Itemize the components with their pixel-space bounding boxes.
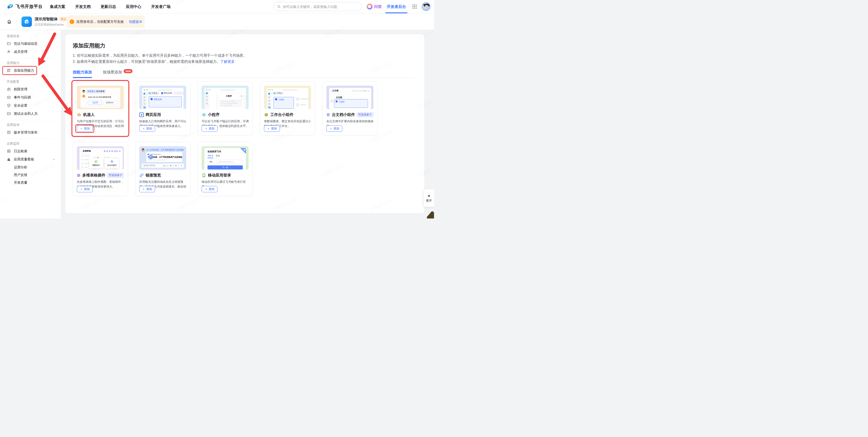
doc-plus-icon: + bbox=[331, 100, 333, 102]
sidebar: 基础信息 凭证与基础信息 成员管理 应用能力 添加应用能力 开发配置 权限管理 … bbox=[0, 30, 61, 218]
doc-widget-preview: ‹云文档 云文档 + 小组件 bbox=[327, 86, 373, 109]
divider bbox=[7, 77, 55, 77]
feishu-bird-icon bbox=[7, 3, 13, 10]
sidebar-item-events[interactable]: 事件与回调 bbox=[7, 93, 55, 101]
webapp-icon: e bbox=[139, 113, 144, 117]
add-doc-widget-button[interactable]: ＋添加 bbox=[327, 125, 342, 132]
add-webapp-button[interactable]: ＋添加 bbox=[139, 125, 155, 132]
mobile-login-icon bbox=[202, 173, 206, 178]
app-header-bar: 演示用智能体 待上线 正式应用@ByteDance ! 应用发布后，当前配置方可… bbox=[0, 13, 434, 30]
chat-avatar bbox=[142, 149, 145, 152]
card-webapp: 工作台 e网页应用 网页应用 e 网页应用 快速接入已有的网页应用，用户可以通过… bbox=[135, 81, 190, 135]
apps-grid-icon[interactable] bbox=[412, 4, 417, 9]
global-search[interactable] bbox=[274, 2, 362, 11]
learn-more-link[interactable]: 了解更多 bbox=[220, 60, 235, 63]
divider bbox=[7, 58, 55, 58]
user-avatar[interactable] bbox=[422, 2, 430, 11]
sidebar-item-credentials[interactable]: 凭证与基础信息 bbox=[7, 39, 55, 48]
desc-line-1: 1. 你可以根据实际需求，为应用开启能力。单个应用可开启多种能力，一个能力可用于… bbox=[73, 53, 415, 59]
next-step-button: 下一步 bbox=[208, 165, 243, 169]
sidebar-item-log-search[interactable]: 日志检索 bbox=[7, 147, 55, 155]
webapp-preview: 工作台 e网页应用 网页应用 bbox=[139, 86, 186, 109]
app-cube-icon bbox=[22, 17, 32, 27]
top-navigation: 飞书开放平台 集成方案 开发文档 更新日志 应用中心 开发者广场 问答 开发者后… bbox=[0, 0, 434, 13]
menu-item-solutions[interactable]: 集成方案 bbox=[50, 4, 65, 9]
desc-line-2: 2. 如果尚不确定需要添加什么能力，可切换至“按场景添加”，根据所需的业务场景选… bbox=[73, 59, 415, 65]
sidebar-item-permissions[interactable]: 权限管理 bbox=[7, 85, 55, 93]
card-workplace-widget: 工作台 小组件 工作台小组件 将数据图表、图文资讯等信息通过小组件添加到工作台。… bbox=[260, 81, 315, 135]
preview-defer-button: 延期待办 bbox=[103, 101, 117, 105]
app-name: 演示用智能体 bbox=[35, 17, 58, 22]
section-header-capability: 应用能力 bbox=[7, 61, 55, 65]
sidebar-item-members[interactable]: 成员管理 bbox=[7, 48, 55, 56]
sidebar-item-version-release[interactable]: 版本管理与发布 bbox=[7, 128, 55, 136]
sidebar-item-test-org[interactable]: 测试企业和人员 bbox=[7, 110, 55, 118]
multi-add-badge: 可添加多个 bbox=[357, 112, 373, 117]
qa-entry[interactable]: 问答 bbox=[367, 4, 382, 9]
search-input[interactable] bbox=[283, 5, 358, 8]
expand-panel-button[interactable]: « 展开 bbox=[424, 189, 434, 207]
send-icon: ➤ bbox=[181, 164, 182, 167]
page-description: 1. 你可以根据实际需求，为应用开启能力。单个应用可开启多种能力，一个能力可用于… bbox=[73, 53, 415, 65]
sidebar-item-quality-dashboard[interactable]: 应用质量看板 bbox=[7, 155, 55, 163]
chevron-up-icon[interactable] bbox=[52, 158, 55, 161]
menu-item-changelog[interactable]: 更新日志 bbox=[101, 4, 116, 9]
home-icon[interactable] bbox=[7, 19, 12, 24]
primary-menu: 集成方案 开发文档 更新日志 应用中心 开发者广场 bbox=[50, 4, 170, 9]
brand-name: 飞书开放平台 bbox=[16, 4, 43, 9]
publish-warning-banner: ! 应用发布后，当前配置方可生效 创建版本 bbox=[66, 15, 145, 28]
link-preview-preview: 🔗 方法到实践，从不同角度提高产品思维能力！ Learning.com ··· … bbox=[139, 146, 186, 170]
create-version-link[interactable]: 创建版本 bbox=[129, 20, 143, 24]
sidebar-subitem-user-feedback[interactable]: 用户反馈 bbox=[7, 171, 55, 179]
multi-add-badge: 可添加多个 bbox=[107, 173, 124, 178]
tab-by-capability[interactable]: 按能力添加 bbox=[73, 70, 92, 78]
add-link-preview-button[interactable]: ＋添加 bbox=[139, 186, 155, 192]
active-tab-indicator bbox=[385, 12, 407, 13]
chat-avatar bbox=[82, 90, 85, 93]
capability-cards-row-2: ‹多维表格 🔒 bbox=[73, 142, 415, 196]
more-icon: ··· bbox=[238, 95, 240, 97]
view-plugin-icon bbox=[94, 160, 98, 163]
miniapp-icon bbox=[202, 113, 206, 117]
link-preview-icon bbox=[139, 173, 144, 178]
divider bbox=[7, 120, 55, 120]
sidebar-subitem-ops-analysis[interactable]: 运营分析 bbox=[7, 163, 55, 171]
menu-item-app-center[interactable]: 应用中心 bbox=[126, 4, 141, 9]
publish-icon bbox=[7, 130, 11, 134]
plus-icon: ＋ bbox=[80, 127, 83, 131]
add-mobile-login-button[interactable]: ＋添加 bbox=[202, 186, 217, 192]
banner-text: 应用发布后，当前配置方可生效 bbox=[76, 20, 124, 24]
add-workplace-widget-button[interactable]: ＋添加 bbox=[264, 125, 280, 132]
tab-by-scene[interactable]: 按场景添加 new bbox=[103, 70, 132, 78]
feishu-logo[interactable]: 飞书开放平台 bbox=[7, 3, 43, 10]
add-bot-button[interactable]: ＋添加 bbox=[77, 125, 93, 132]
section-header-monitoring: 运营监控 bbox=[7, 142, 55, 146]
shield-icon bbox=[7, 103, 11, 107]
sidebar-subitem-dev-quality[interactable]: 开发质量 bbox=[7, 179, 55, 186]
robot-icon bbox=[77, 113, 81, 117]
capability-icon bbox=[7, 68, 11, 72]
developer-console-tab[interactable]: 开发者后台 bbox=[386, 0, 406, 13]
add-base-plugin-button[interactable]: ＋添加 bbox=[77, 186, 93, 192]
card-link-preview: 🔗 方法到实践，从不同角度提高产品思维能力！ Learning.com ··· … bbox=[135, 142, 190, 196]
menu-item-docs[interactable]: 开发文档 bbox=[75, 4, 91, 9]
card-bot: @机器人 待办事项 2022-05-20 待办事项详情 去处理 延期待办 bbox=[73, 81, 128, 135]
automation-plugin-icon bbox=[110, 160, 114, 163]
base-plugin-preview: ‹多维表格 🔒 bbox=[77, 146, 124, 170]
miniapp-preview: 小程序 ··· ✕ bbox=[202, 86, 249, 109]
sidebar-item-security[interactable]: 安全设置 bbox=[7, 101, 55, 110]
section-header-dev-config: 开发配置 bbox=[7, 80, 55, 84]
add-miniapp-button[interactable]: ＋添加 bbox=[202, 125, 217, 132]
sidebar-item-add-capability[interactable]: 添加应用能力 bbox=[7, 66, 55, 74]
search-icon bbox=[277, 4, 281, 8]
doc-widget-icon bbox=[327, 113, 330, 117]
double-chevron-left-icon: « bbox=[428, 193, 430, 198]
base-plugin-icon bbox=[77, 173, 81, 178]
section-header-release: 应用发布 bbox=[7, 123, 55, 127]
main-panel: 添加应用能力 1. 你可以根据实际需求，为应用开启能力。单个应用可开启多种能力，… bbox=[65, 34, 424, 213]
menu-item-dev-plaza[interactable]: 开发者广场 bbox=[151, 4, 170, 9]
app-type-label: 正式应用@ByteDance bbox=[35, 23, 70, 27]
page-title: 添加应用能力 bbox=[73, 42, 415, 49]
briefcase-icon bbox=[7, 87, 11, 91]
new-badge: new bbox=[124, 69, 132, 73]
